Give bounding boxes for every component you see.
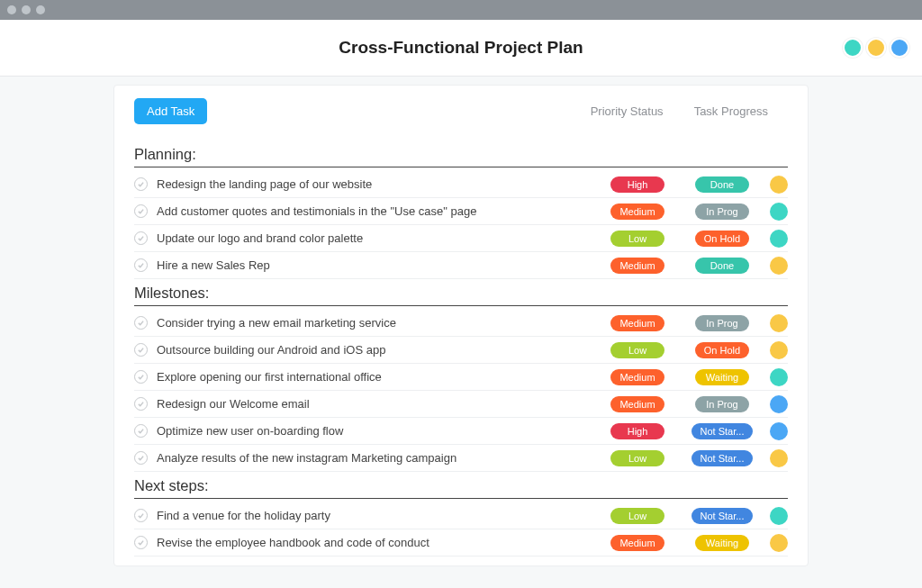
priority-cell[interactable]: Low xyxy=(604,450,671,466)
assignee-avatar[interactable] xyxy=(770,257,788,275)
task-title: Explore opening our first international … xyxy=(157,370,604,384)
progress-cell[interactable]: Not Star... xyxy=(689,423,755,439)
assignee-avatar[interactable] xyxy=(770,534,788,552)
task-row[interactable]: Outsource building our Android and iOS a… xyxy=(134,337,788,364)
progress-cell[interactable]: Done xyxy=(689,176,755,193)
add-task-button[interactable]: Add Task xyxy=(134,98,207,124)
progress-pill: Not Star... xyxy=(692,423,754,439)
priority-pill: Low xyxy=(610,450,664,466)
page-body: Add Task Priority Status Task Progress P… xyxy=(0,77,922,566)
progress-cell[interactable]: Waiting xyxy=(689,369,755,385)
progress-cell[interactable]: Waiting xyxy=(689,535,755,551)
task-title: Hire a new Sales Rep xyxy=(157,258,604,272)
task-row[interactable]: Consider trying a new email marketing se… xyxy=(134,310,788,337)
task-row[interactable]: Add customer quotes and testimonials in … xyxy=(134,198,788,225)
priority-pill: Medium xyxy=(610,535,664,551)
check-icon[interactable] xyxy=(134,231,148,245)
project-card: Add Task Priority Status Task Progress P… xyxy=(113,85,809,566)
task-row[interactable]: Redesign the landing page of our website… xyxy=(134,171,788,198)
assignee-avatar[interactable] xyxy=(770,368,788,386)
progress-pill: Not Star... xyxy=(692,450,754,466)
task-row[interactable]: Find a venue for the holiday partyLowNot… xyxy=(134,502,788,529)
toolbar: Add Task Priority Status Task Progress xyxy=(114,86,808,140)
assignee-avatar[interactable] xyxy=(770,395,788,413)
priority-cell[interactable]: Medium xyxy=(604,315,671,331)
progress-pill: Done xyxy=(695,176,749,193)
check-icon[interactable] xyxy=(134,343,148,357)
priority-cell[interactable]: Medium xyxy=(604,204,671,220)
window-min-dot[interactable] xyxy=(22,5,31,14)
progress-pill: Waiting xyxy=(695,535,749,551)
priority-cell[interactable]: Medium xyxy=(604,396,671,412)
avatar[interactable] xyxy=(866,38,886,58)
progress-pill: In Prog xyxy=(695,396,749,412)
section: Next steps:Find a venue for the holiday … xyxy=(114,472,808,556)
page-title: Cross-Functional Project Plan xyxy=(339,38,583,58)
progress-cell[interactable]: On Hold xyxy=(689,231,755,247)
task-row[interactable]: Update our logo and brand color paletteL… xyxy=(134,225,788,252)
assignee-avatar[interactable] xyxy=(770,507,788,525)
progress-cell[interactable]: In Prog xyxy=(689,315,755,331)
check-icon[interactable] xyxy=(134,451,148,465)
section: Planning:Redesign the landing page of ou… xyxy=(114,140,808,279)
window-max-dot[interactable] xyxy=(36,5,45,14)
assignee-avatar[interactable] xyxy=(770,230,788,248)
task-title: Revise the employee handbook and code of… xyxy=(157,536,604,549)
assignee-avatar[interactable] xyxy=(770,449,788,467)
task-title: Redesign the landing page of our website xyxy=(157,177,604,191)
progress-pill: On Hold xyxy=(695,342,749,358)
check-icon[interactable] xyxy=(134,397,148,411)
priority-cell[interactable]: High xyxy=(604,176,671,193)
task-row[interactable]: Optimize new user on-boarding flowHighNo… xyxy=(134,418,788,445)
progress-cell[interactable]: In Prog xyxy=(689,396,755,412)
progress-cell[interactable]: Done xyxy=(689,258,755,274)
progress-pill: Waiting xyxy=(695,369,749,385)
assignee-avatar[interactable] xyxy=(770,176,788,194)
priority-cell[interactable]: Medium xyxy=(604,535,671,551)
task-row[interactable]: Explore opening our first international … xyxy=(134,364,788,391)
progress-cell[interactable]: On Hold xyxy=(689,342,755,358)
window-titlebar xyxy=(0,0,922,20)
avatar[interactable] xyxy=(890,38,909,58)
priority-pill: High xyxy=(610,176,664,193)
task-row[interactable]: Analyze results of the new instagram Mar… xyxy=(134,445,788,472)
check-icon[interactable] xyxy=(134,258,148,272)
assignee-avatar[interactable] xyxy=(770,341,788,359)
check-icon[interactable] xyxy=(134,177,148,191)
priority-cell[interactable]: Low xyxy=(604,231,671,247)
check-icon[interactable] xyxy=(134,370,148,384)
task-row[interactable]: Revise the employee handbook and code of… xyxy=(134,529,788,556)
section-title: Planning: xyxy=(134,140,788,167)
assignee-avatar[interactable] xyxy=(770,314,788,332)
progress-cell[interactable]: In Prog xyxy=(689,204,755,220)
check-icon[interactable] xyxy=(134,316,148,330)
task-title: Find a venue for the holiday party xyxy=(157,509,604,522)
task-row[interactable]: Redesign our Welcome emailMediumIn Prog xyxy=(134,391,788,418)
task-title: Optimize new user on-boarding flow xyxy=(157,424,604,438)
priority-cell[interactable]: High xyxy=(604,423,671,439)
column-headers: Priority Status Task Progress xyxy=(591,104,788,118)
priority-pill: Medium xyxy=(610,258,664,274)
priority-cell[interactable]: Low xyxy=(604,508,671,524)
assignee-avatar[interactable] xyxy=(770,422,788,440)
section: Milestones:Consider trying a new email m… xyxy=(114,279,808,472)
priority-cell[interactable]: Medium xyxy=(604,369,671,385)
progress-cell[interactable]: Not Star... xyxy=(689,450,755,466)
page-header: Cross-Functional Project Plan xyxy=(0,20,922,77)
avatar[interactable] xyxy=(843,38,863,58)
task-title: Update our logo and brand color palette xyxy=(157,231,604,245)
check-icon[interactable] xyxy=(134,509,148,522)
check-icon[interactable] xyxy=(134,424,148,438)
assignee-avatar[interactable] xyxy=(770,203,788,221)
priority-pill: Medium xyxy=(610,204,664,220)
priority-cell[interactable]: Low xyxy=(604,342,671,358)
progress-cell[interactable]: Not Star... xyxy=(689,508,755,524)
check-icon[interactable] xyxy=(134,536,148,549)
check-icon[interactable] xyxy=(134,204,148,218)
priority-pill: Low xyxy=(610,508,664,524)
window-close-dot[interactable] xyxy=(7,5,16,14)
section-title: Milestones: xyxy=(134,279,788,306)
priority-cell[interactable]: Medium xyxy=(604,258,671,274)
task-title: Redesign our Welcome email xyxy=(157,397,604,411)
task-row[interactable]: Hire a new Sales RepMediumDone xyxy=(134,252,788,279)
